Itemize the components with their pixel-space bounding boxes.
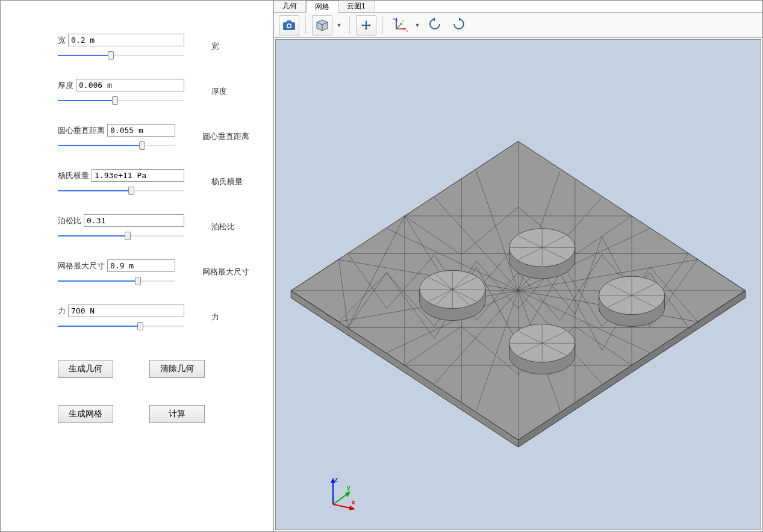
label-circledist: 圆心垂直距离 [58,125,105,136]
rotate-ccw-icon [428,17,442,31]
separator [305,17,306,34]
cube-view-button[interactable] [312,15,332,36]
move-icon [360,19,372,31]
rotate-cw-icon [452,17,466,31]
input-thickness[interactable] [76,79,184,91]
compute-button[interactable]: 计算 [149,405,205,423]
label-youngs: 杨氏横量 [58,170,89,181]
label-width-right: 宽 [211,41,219,52]
slider-thickness[interactable] [58,95,184,107]
viewport-toolbar: ▼ x y z ▼ [274,13,762,38]
svg-text:x: x [352,499,355,506]
svg-text:z: z [393,17,395,20]
param-row-thickness: 厚度 厚度 [58,79,249,119]
label-thickness: 厚度 [58,80,73,91]
param-row-meshsize: 网格最大尺寸 网格最大尺寸 [58,259,249,300]
cube-dropdown[interactable]: ▼ [335,15,343,36]
mesh-scene [276,40,761,530]
input-meshsize[interactable] [107,259,175,272]
svg-text:x: x [406,29,408,32]
rotate-cw-button[interactable] [448,17,470,33]
slider-meshsize[interactable] [58,276,175,288]
label-meshsize: 网格最大尺寸 [58,261,105,271]
label-poisson-right: 泊松比 [211,221,235,232]
slider-circledist[interactable] [58,140,175,152]
3d-viewport[interactable]: z y x [275,39,761,530]
label-force: 力 [58,306,66,317]
axis-gizmo: z y x [324,475,360,512]
label-width: 宽 [58,35,66,46]
slider-poisson[interactable] [58,230,184,243]
svg-rect-1 [287,20,291,23]
axis-mini[interactable]: x y z [389,16,411,34]
param-row-width: 宽 宽 [58,34,249,74]
input-force[interactable] [68,305,184,317]
label-circledist-right: 圆心垂直距离 [202,131,249,142]
label-force-right: 力 [211,312,219,323]
label-poisson: 泊松比 [58,215,81,226]
svg-line-67 [333,493,348,504]
cube-icon [316,19,329,32]
slider-force[interactable] [58,321,184,333]
gen-mesh-button[interactable]: 生成网格 [58,405,113,423]
tab-contour1[interactable]: 云图1 [338,1,375,12]
separator [382,17,383,34]
svg-marker-16 [459,17,461,21]
svg-marker-71 [349,506,355,510]
left-panel: 宽 宽 厚度 厚度 [1,1,274,531]
rotate-ccw-button[interactable] [424,17,446,33]
tabs: 几何 网格 云图1 [274,1,762,13]
param-row-force: 力 力 [58,305,249,345]
tab-mesh[interactable]: 网格 [306,1,338,13]
axis-dropdown[interactable]: ▼ [413,15,422,36]
camera-icon [282,20,296,31]
snapshot-button[interactable] [279,15,299,36]
svg-text:y: y [402,19,404,22]
input-circledist[interactable] [107,124,175,137]
slider-width[interactable] [58,50,184,62]
param-row-youngs: 杨氏横量 杨氏横量 [58,169,249,209]
right-panel: 几何 网格 云图1 ▼ x [274,1,762,531]
tab-geometry[interactable]: 几何 [274,1,306,12]
xyz-axis-icon: x y z [391,16,408,32]
input-poisson[interactable] [84,214,184,227]
svg-marker-15 [432,17,435,21]
param-row-circledist: 圆心垂直距离 圆心垂直距离 [58,124,249,164]
slider-youngs[interactable] [58,185,184,197]
svg-marker-11 [395,18,397,20]
separator [349,17,350,34]
input-youngs[interactable] [92,169,184,182]
input-width[interactable] [68,34,184,46]
gen-geometry-button[interactable]: 生成几何 [58,360,113,378]
app-container: 宽 宽 厚度 厚度 [1,1,762,531]
svg-text:y: y [347,484,350,491]
svg-point-3 [288,24,291,27]
label-thickness-right: 厚度 [211,86,227,97]
label-meshsize-right: 网格最大尺寸 [202,267,249,277]
label-youngs-right: 杨氏横量 [211,176,243,187]
param-row-poisson: 泊松比 泊松比 [58,214,249,255]
svg-text:z: z [335,476,338,483]
pan-button[interactable] [356,15,376,36]
xyz-gizmo-icon: z y x [324,475,360,512]
clear-geometry-button[interactable]: 清除几何 [149,360,205,378]
